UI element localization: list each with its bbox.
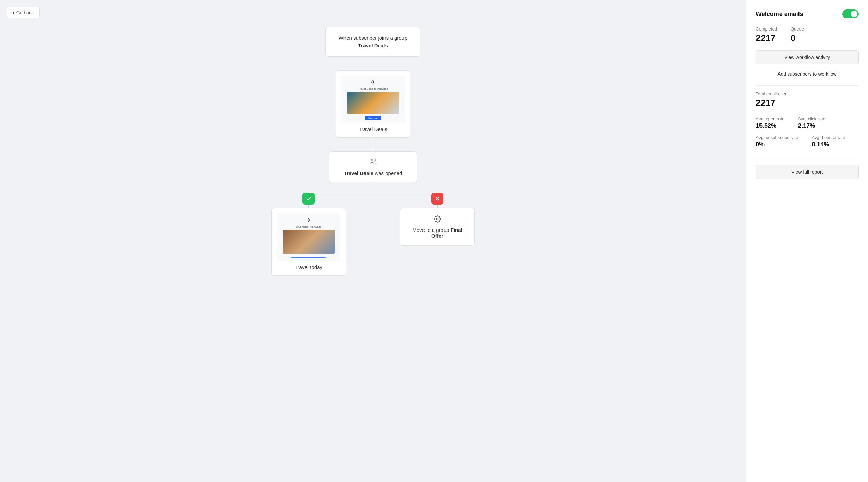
completed-label: Completed [756,26,777,32]
email-preview-title-2: Your Next Trip Awaits [296,225,321,228]
stats-row: Completed 2217 Queue 0 [756,26,859,43]
avg-open-rate-label: Avg. open rate [756,116,784,121]
avg-click-rate: Avg. click rate 2.17% [798,116,825,129]
add-subscribers-btn[interactable]: Add subscribers to workflow [756,68,859,80]
trigger-node[interactable]: When subscriber joins a group Travel Dea… [326,27,420,57]
completed-value: 2217 [756,33,777,43]
completed-stat: Completed 2217 [756,26,777,43]
email-node-1-label: Travel Deals [341,126,405,132]
metric-row-1: Avg. open rate 15.52% Avg. click rate 2.… [756,116,859,129]
email-preview-image-1 [347,92,399,114]
avg-open-rate-value: 15.52% [756,122,784,129]
plane-icon-2: ✈ [306,217,311,224]
email-preview-cta-1: Book Now [365,116,381,120]
avg-bounce-rate-label: Avg. bounce rate [812,135,845,140]
email-preview-2: ✈ Your Next Trip Awaits [277,214,340,261]
email-preview-bar [291,257,326,258]
avg-bounce-rate: Avg. bounce rate 0.14% [812,135,845,148]
trigger-text1: When subscriber joins a group [339,35,408,41]
avg-unsubscribe-rate-value: 0% [756,141,798,148]
sidebar-title: Welcome emails [756,11,803,18]
connector-3 [373,182,373,193]
branch-right-connector-mid [437,205,438,208]
branch-badge-no[interactable] [431,193,443,205]
condition-icon [338,158,408,167]
sidebar-header: Welcome emails [756,9,859,18]
avg-unsubscribe-rate-label: Avg. unsubscribe rate [756,135,798,140]
avg-click-rate-label: Avg. click rate [798,116,825,121]
sidebar: Welcome emails Completed 2217 Queue 0 Vi… [746,0,868,482]
svg-point-3 [436,218,438,220]
connector-2 [373,138,373,151]
email-node-1[interactable]: ✈ Travel Deals to Paradise Book Now Trav… [336,70,410,138]
trigger-group-name: Travel Deals [358,43,388,48]
trigger-text: When subscriber joins a group Travel Dea… [339,35,408,48]
action-node[interactable]: Move to a group Final Offer [400,208,475,246]
branch-left: ✈ Your Next Trip Awaits Travel today [271,193,346,276]
avg-unsubscribe-rate: Avg. unsubscribe rate 0% [756,135,798,148]
avg-click-rate-value: 2.17% [798,122,825,129]
condition-node[interactable]: Travel Deals was opened [329,151,417,182]
condition-text: Travel Deals was opened [338,170,408,176]
plane-icon-1: ✈ [371,79,376,86]
branch-right: Move to a group Final Offer [400,193,475,276]
email-preview-1: ✈ Travel Deals to Paradise Book Now [341,76,405,123]
avg-bounce-rate-value: 0.14% [812,141,845,148]
workflow-toggle[interactable] [842,9,859,18]
workflow-canvas: When subscriber joins a group Travel Dea… [10,10,736,315]
total-sent-label: Total emails sent [756,91,859,96]
divider-2 [756,159,859,159]
svg-point-0 [371,159,373,161]
email-node-2[interactable]: ✈ Your Next Trip Awaits Travel today [271,208,346,276]
avg-open-rate: Avg. open rate 15.52% [756,116,784,129]
total-sent-section: Total emails sent 2217 [756,91,859,108]
branch-left-connector-mid [308,205,309,208]
queue-stat: Queue 0 [791,26,804,43]
connector-1 [373,57,373,70]
queue-label: Queue [791,26,804,32]
queue-value: 0 [791,33,804,43]
view-full-report-btn[interactable]: View full report [756,165,859,179]
metric-row-2: Avg. unsubscribe rate 0% Avg. bounce rat… [756,135,859,148]
email-preview-title-1: Travel Deals to Paradise [358,87,388,91]
action-text: Move to a group Final Offer [407,227,468,239]
metrics-section: Avg. open rate 15.52% Avg. click rate 2.… [756,116,859,154]
email-node-2-label: Travel today [277,264,340,270]
view-workflow-btn[interactable]: View workflow activity [756,50,859,64]
condition-label1: Travel Deals [344,170,374,176]
action-gear-icon [407,215,468,224]
branch-container: ✈ Your Next Trip Awaits Travel today [271,193,475,276]
branch-badge-yes[interactable] [302,193,315,205]
email-preview-image-2 [283,230,335,254]
total-sent-value: 2217 [756,98,859,108]
toggle-slider [842,9,859,18]
action-label1: Move to a group [412,227,449,233]
branch-horizontal-line [309,193,437,193]
divider-1 [756,85,859,86]
condition-label2: was opened [375,170,402,176]
